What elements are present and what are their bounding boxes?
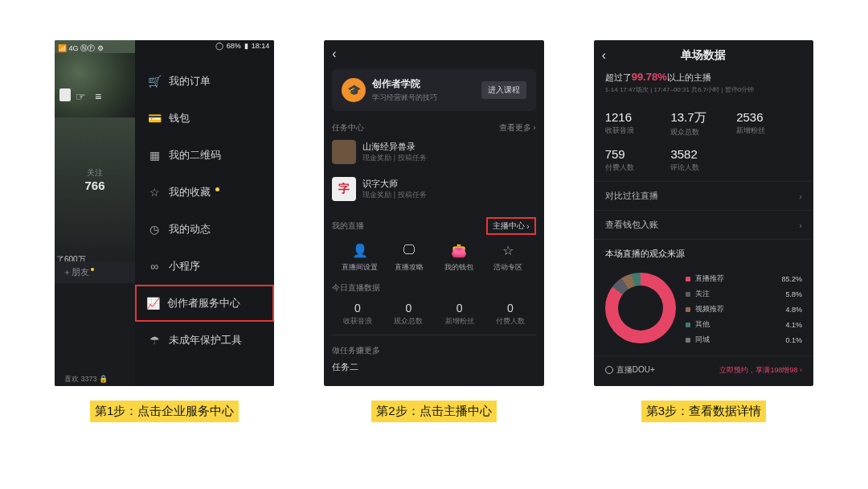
- menu-label-wallet: 钱包: [169, 111, 190, 125]
- person-icon: 👤: [335, 243, 384, 259]
- menu-item-creator-center[interactable]: 📈 创作者服务中心: [135, 285, 274, 322]
- anchor-center-button[interactable]: 主播中心 ›: [486, 217, 535, 235]
- kpi-viewers: 13.7万观众总数: [670, 105, 736, 142]
- compare-label: 对比过往直播: [605, 190, 658, 202]
- star-icon: ☆: [148, 186, 161, 199]
- status-time: 18:14: [252, 42, 270, 50]
- academy-avatar-icon: 🎓: [342, 78, 366, 102]
- chart-line-icon: 📈: [146, 297, 159, 310]
- tool-label: 直播间设置: [335, 262, 384, 273]
- swatch-icon: [686, 323, 690, 327]
- today-data-header: 今日直播数据: [332, 282, 535, 294]
- tool-label: 活动专区: [483, 262, 532, 273]
- stat-value: 0: [434, 302, 485, 314]
- kpi-label: 付费人数: [605, 162, 671, 173]
- source-chart: 直播推荐85.2% 关注5.8% 视频推荐4.8% 其他4.1% 同城0.1%: [594, 265, 813, 355]
- tool-my-wallet[interactable]: 👛 我的钱包: [434, 243, 483, 273]
- my-live-header: 我的直播 主播中心 ›: [332, 217, 535, 235]
- stat-viewers: 0 观众总数: [383, 302, 434, 327]
- wallet-in-row[interactable]: 查看钱包入账 ›: [594, 210, 813, 239]
- kpi-value: 2536: [736, 110, 802, 124]
- menu-label-favorites: 我的收藏: [169, 185, 211, 199]
- legend-pct: 5.8%: [785, 290, 802, 298]
- anchor-center-label: 主播中心: [493, 220, 525, 232]
- legend-item-5: 同城0.1%: [686, 332, 802, 347]
- wallet-icon: 💳: [148, 112, 161, 125]
- menu-label-qrcode: 我的二维码: [169, 148, 221, 162]
- battery-pct: 68%: [227, 42, 241, 50]
- see-more-button[interactable]: 查看更多 ›: [499, 122, 536, 134]
- back-button[interactable]: ‹: [602, 48, 606, 63]
- kpi-grid: 1216收获音浪 13.7万观众总数 2536新增粉丝 759付费人数 3582…: [594, 96, 813, 181]
- star-icon: ☆: [483, 243, 532, 259]
- task2-sub: 现金奖励 | 投稿任务: [362, 190, 426, 200]
- exceed-post: 以上的主播: [667, 72, 711, 82]
- menu-icon[interactable]: ≡: [95, 90, 101, 103]
- lock-icon: 🔒: [99, 375, 108, 383]
- caption-step2: 第2步：点击主播中心: [371, 401, 496, 422]
- link-icon: ∞: [148, 260, 161, 273]
- add-friend-button[interactable]: ＋朋友: [55, 261, 135, 283]
- caption-step3: 第3步：查看数据详情: [641, 401, 766, 422]
- dou-plus-row[interactable]: 直播DOU+ 立即预约，享满198增98 ›: [594, 355, 813, 384]
- tool-label: 我的钱包: [434, 262, 483, 273]
- tool-room-settings[interactable]: 👤 直播间设置: [335, 243, 384, 273]
- tool-label: 直播攻略: [385, 262, 434, 273]
- menu-item-favorites[interactable]: ☆ 我的收藏: [135, 174, 274, 211]
- task-two-label: 任务二: [332, 361, 535, 373]
- menu-item-moments[interactable]: ◷ 我的动态: [135, 211, 274, 248]
- task-item-1[interactable]: 山海经异兽录 现金奖励 | 投稿任务: [332, 134, 535, 171]
- wallet-in-label: 查看钱包入账: [605, 219, 658, 231]
- task1-title: 山海经异兽录: [362, 141, 426, 153]
- menu-item-qrcode[interactable]: ▦ 我的二维码: [135, 137, 274, 174]
- menu-item-wallet[interactable]: 💳 钱包: [135, 100, 274, 137]
- kpi-paid: 759付费人数: [605, 142, 671, 178]
- chevron-right-icon: ›: [799, 220, 802, 230]
- circle-icon: [605, 366, 613, 374]
- kpi-comments: 3582评论人数: [670, 142, 736, 178]
- compare-row[interactable]: 对比过往直播 ›: [594, 181, 813, 210]
- tool-activity[interactable]: ☆ 活动专区: [483, 243, 532, 273]
- stat-sound: 0 收获音浪: [332, 302, 383, 327]
- legend-item-4: 其他4.1%: [686, 317, 802, 332]
- swatch-icon: [686, 277, 690, 281]
- swatch-icon: [686, 338, 690, 343]
- kpi-value: 759: [605, 147, 671, 161]
- battery-icon: ▮: [244, 42, 248, 50]
- task2-title: 识字大师: [362, 178, 426, 190]
- menu-item-miniapp[interactable]: ∞ 小程序: [135, 248, 274, 285]
- tool-live-guide[interactable]: 🖵 直播攻略: [385, 243, 434, 273]
- legend-item-3: 视频推荐4.8%: [686, 302, 802, 317]
- captions-row: 第1步：点击企业服务中心 第2步：点击主播中心 第3步：查看数据详情: [0, 386, 868, 422]
- task-center-label: 任务中心: [332, 122, 364, 134]
- kpi-sound: 1216收获音浪: [605, 105, 671, 142]
- menu-item-minor-protection[interactable]: ☂ 未成年保护工具: [135, 322, 274, 359]
- kpi-label: 收获音浪: [605, 125, 671, 136]
- task2-thumb: 字: [332, 177, 356, 201]
- stat-label: 观众总数: [383, 316, 434, 327]
- task-section-header: 任务中心 查看更多 ›: [332, 122, 535, 134]
- academy-card[interactable]: 🎓 创作者学院 学习经营账号的技巧 进入课程: [332, 69, 535, 111]
- notification-dot-icon: [91, 268, 94, 271]
- back-button[interactable]: ‹: [332, 47, 535, 61]
- menu-item-orders[interactable]: 🛒 我的订单: [135, 63, 274, 100]
- today-stats-row: 0 收获音浪 0 观众总数 0 新增粉丝 0 付费人数: [332, 294, 535, 335]
- legend-pct: 4.8%: [785, 306, 802, 314]
- phone-step2: ‹ 🎓 创作者学院 学习经营账号的技巧 进入课程 任务中心 查看更多 › 山海经…: [324, 40, 543, 386]
- kpi-label: 观众总数: [670, 127, 736, 138]
- stat-value: 0: [485, 302, 535, 314]
- monitor-icon: 🖵: [385, 243, 434, 259]
- live-tools-row: 👤 直播间设置 🖵 直播攻略 👛 我的钱包 ☆ 活动专区: [332, 235, 535, 277]
- legend-label: 关注: [695, 289, 710, 299]
- caption-step1: 第1步：点击企业服务中心: [90, 401, 239, 422]
- enter-course-button[interactable]: 进入课程: [481, 81, 526, 99]
- exceed-pre: 超过了: [605, 72, 632, 82]
- stat-new-fans: 0 新增粉丝: [434, 302, 485, 327]
- task-item-2[interactable]: 字 识字大师 现金奖励 | 投稿任务: [332, 171, 535, 208]
- kpi-value: 3582: [670, 147, 736, 161]
- chevron-right-icon: ›: [799, 191, 802, 201]
- kpi-new-fans: 2536新增粉丝: [736, 105, 802, 142]
- phone1-drawer: ◯ 68% ▮ 18:14 🛒 我的订单 💳 钱包 ▦: [135, 40, 274, 386]
- phone-step3: ‹ 单场数据 超过了99.78%以上的主播 1-14 17:47场次 | 17:…: [594, 40, 813, 386]
- follow-count: 766: [55, 179, 135, 192]
